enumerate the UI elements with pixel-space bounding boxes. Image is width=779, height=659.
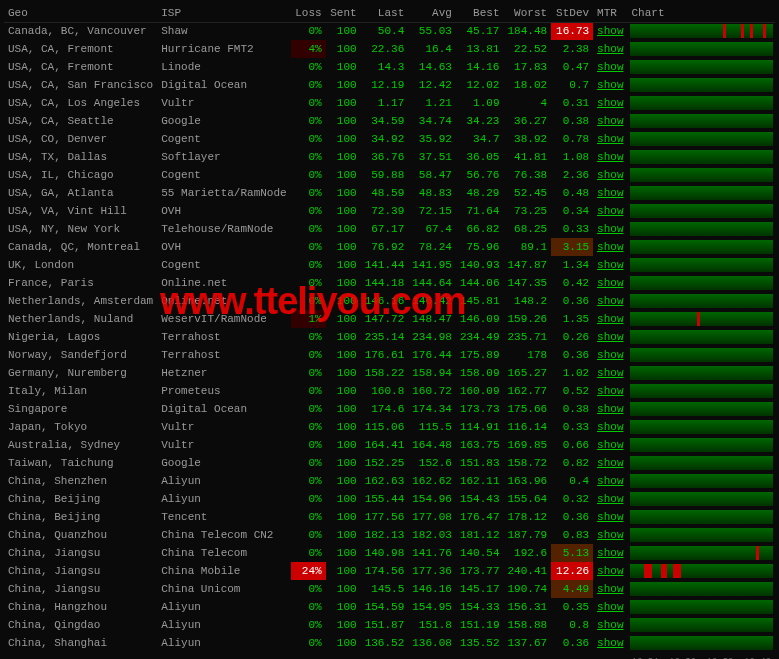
cell-sent: 100 (326, 40, 361, 58)
cell-geo: China, Hangzhou (4, 598, 157, 616)
chart-bar (630, 474, 774, 488)
cell-chart (628, 148, 776, 166)
mtr-show-link[interactable]: show (597, 313, 623, 325)
cell-chart (628, 202, 776, 220)
header-isp[interactable]: ISP (157, 4, 290, 22)
mtr-show-link[interactable]: show (597, 619, 623, 631)
chart-bar (630, 330, 774, 344)
cell-best: 154.33 (456, 598, 504, 616)
cell-last: 235.14 (361, 328, 409, 346)
mtr-show-link[interactable]: show (597, 475, 623, 487)
header-chart[interactable]: Chart (628, 4, 776, 22)
cell-loss: 0% (291, 580, 326, 598)
cell-stdev: 0.82 (551, 454, 593, 472)
cell-worst: 162.77 (503, 382, 551, 400)
mtr-show-link[interactable]: show (597, 511, 623, 523)
cell-stdev: 0.38 (551, 112, 593, 130)
mtr-show-link[interactable]: show (597, 259, 623, 271)
cell-isp: Cogent (157, 130, 290, 148)
table-row: Norway, SandefjordTerrahost0%100176.6117… (4, 346, 775, 364)
mtr-show-link[interactable]: show (597, 385, 623, 397)
cell-sent: 100 (326, 76, 361, 94)
mtr-show-link[interactable]: show (597, 493, 623, 505)
table-row: Canada, QC, MontrealOVH0%10076.9278.2475… (4, 238, 775, 256)
header-avg[interactable]: Avg (408, 4, 456, 22)
cell-mtr: show (593, 562, 627, 580)
cell-isp: Hurricane FMT2 (157, 40, 290, 58)
mtr-show-link[interactable]: show (597, 25, 623, 37)
header-mtr[interactable]: MTR (593, 4, 627, 22)
cell-loss: 0% (291, 400, 326, 418)
cell-best: 162.11 (456, 472, 504, 490)
header-loss[interactable]: Loss (291, 4, 326, 22)
mtr-show-link[interactable]: show (597, 331, 623, 343)
mtr-show-link[interactable]: show (597, 295, 623, 307)
chart-spike (741, 24, 744, 38)
mtr-show-link[interactable]: show (597, 637, 623, 649)
cell-stdev: 16.73 (551, 22, 593, 40)
cell-chart (628, 22, 776, 40)
mtr-show-link[interactable]: show (597, 223, 623, 235)
cell-stdev: 1.02 (551, 364, 593, 382)
header-sent[interactable]: Sent (326, 4, 361, 22)
mtr-show-link[interactable]: show (597, 421, 623, 433)
cell-chart (628, 580, 776, 598)
header-worst[interactable]: Worst (503, 4, 551, 22)
mtr-show-link[interactable]: show (597, 169, 623, 181)
mtr-show-link[interactable]: show (597, 439, 623, 451)
header-last[interactable]: Last (361, 4, 409, 22)
cell-best: 181.12 (456, 526, 504, 544)
header-best[interactable]: Best (456, 4, 504, 22)
cell-avg: 158.94 (408, 364, 456, 382)
cell-isp: Aliyun (157, 598, 290, 616)
table-row: USA, IL, ChicagoCogent0%10059.8858.4756.… (4, 166, 775, 184)
cell-isp: Vultr (157, 436, 290, 454)
cell-loss: 0% (291, 382, 326, 400)
mtr-show-link[interactable]: show (597, 43, 623, 55)
mtr-show-link[interactable]: show (597, 133, 623, 145)
table-row: France, ParisOnline.net0%100144.18144.64… (4, 274, 775, 292)
header-stdev[interactable]: StDev (551, 4, 593, 22)
mtr-show-link[interactable]: show (597, 583, 623, 595)
cell-sent: 100 (326, 490, 361, 508)
mtr-show-link[interactable]: show (597, 187, 623, 199)
mtr-show-link[interactable]: show (597, 205, 623, 217)
mtr-show-link[interactable]: show (597, 241, 623, 253)
mtr-show-link[interactable]: show (597, 61, 623, 73)
cell-last: 12.19 (361, 76, 409, 94)
mtr-show-link[interactable]: show (597, 349, 623, 361)
cell-sent: 100 (326, 526, 361, 544)
mtr-show-link[interactable]: show (597, 277, 623, 289)
cell-best: 160.09 (456, 382, 504, 400)
cell-geo: Netherlands, Amsterdam (4, 292, 157, 310)
mtr-show-link[interactable]: show (597, 565, 623, 577)
mtr-show-link[interactable]: show (597, 367, 623, 379)
table-row: USA, VA, Vint HillOVH0%10072.3972.1571.6… (4, 202, 775, 220)
cell-isp: Hetzner (157, 364, 290, 382)
mtr-show-link[interactable]: show (597, 79, 623, 91)
cell-best: 146.09 (456, 310, 504, 328)
table-row: USA, CA, San FranciscoDigital Ocean0%100… (4, 76, 775, 94)
mtr-show-link[interactable]: show (597, 601, 623, 613)
mtr-show-link[interactable]: show (597, 457, 623, 469)
cell-isp: Cogent (157, 166, 290, 184)
table-row: SingaporeDigital Ocean0%100174.6174.3417… (4, 400, 775, 418)
cell-isp: Telehouse/RamNode (157, 220, 290, 238)
cell-mtr: show (593, 364, 627, 382)
chart-bar (630, 348, 774, 362)
cell-stdev: 0.42 (551, 274, 593, 292)
mtr-show-link[interactable]: show (597, 115, 623, 127)
mtr-show-link[interactable]: show (597, 97, 623, 109)
cell-chart (628, 166, 776, 184)
cell-last: 182.13 (361, 526, 409, 544)
cell-worst: 36.27 (503, 112, 551, 130)
header-geo[interactable]: Geo (4, 4, 157, 22)
mtr-show-link[interactable]: show (597, 403, 623, 415)
mtr-show-link[interactable]: show (597, 529, 623, 541)
table-row: China, JiangsuChina Mobile24%100174.5617… (4, 562, 775, 580)
cell-chart (628, 292, 776, 310)
mtr-show-link[interactable]: show (597, 151, 623, 163)
cell-loss: 0% (291, 616, 326, 634)
cell-isp: Google (157, 112, 290, 130)
mtr-show-link[interactable]: show (597, 547, 623, 559)
